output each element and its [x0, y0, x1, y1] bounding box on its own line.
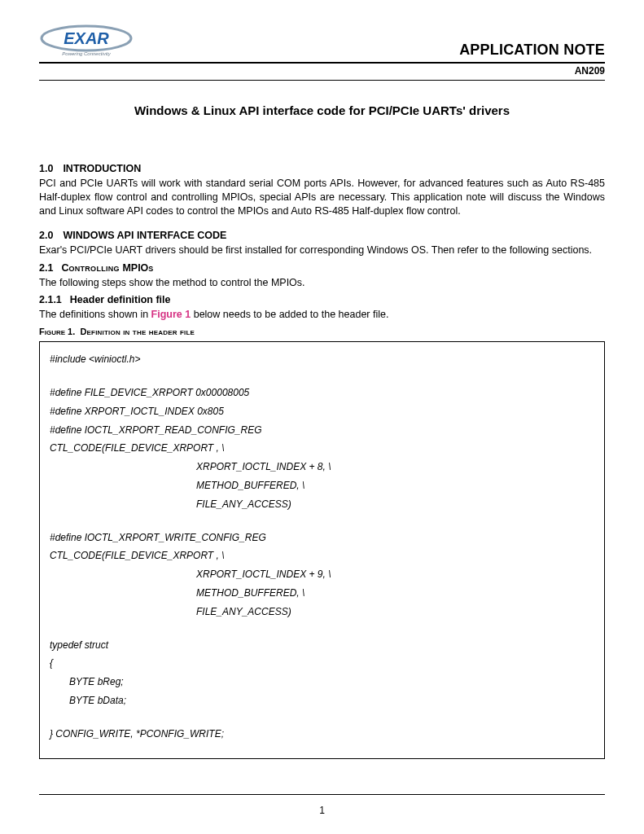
- section-number: 2.1: [39, 262, 53, 274]
- section-2-1-body: The following steps show the method to c…: [39, 276, 605, 290]
- section-2-body: Exar's PCI/PCIe UART drivers should be f…: [39, 244, 605, 257]
- brand-logo: EXAR Powering Connectivity: [39, 24, 137, 59]
- section-2-heading: 2.0WINDOWS API INTERFACE CODE: [39, 230, 605, 241]
- code-line: FILE_ANY_ACCESS): [50, 603, 594, 621]
- code-line: #define IOCTL_XRPORT_READ_CONFIG_REG: [50, 421, 594, 440]
- document-title: Windows & Linux API interface code for P…: [39, 103, 605, 117]
- code-line: BYTE bReg;: [50, 673, 594, 691]
- section-2-1-1-body: The definitions shown in Figure 1 below …: [39, 308, 605, 322]
- section-title: Header definition file: [70, 294, 171, 305]
- page-number: 1: [0, 805, 644, 816]
- section-title: INTRODUCTION: [63, 163, 141, 174]
- logo-brand-text: EXAR: [64, 29, 109, 47]
- exar-logo-icon: EXAR Powering Connectivity: [39, 24, 137, 59]
- footer-rule: [39, 794, 605, 795]
- application-note-label: APPLICATION NOTE: [459, 42, 605, 59]
- figure-number: Figure 1.: [39, 327, 75, 336]
- section-number: 2.1.1: [39, 294, 62, 305]
- code-line: XRPORT_IOCTL_INDEX + 8, \: [50, 458, 594, 476]
- section-number: 2.0: [39, 230, 53, 241]
- code-line: #define XRPORT_IOCTL_INDEX 0x805: [50, 402, 594, 421]
- section-1-body: PCI and PCIe UARTs will work with standa…: [39, 177, 605, 218]
- code-line: {: [50, 654, 594, 673]
- code-line: #include <winioctl.h>: [50, 350, 594, 369]
- code-line: CTL_CODE(FILE_DEVICE_XRPORT , \: [50, 546, 594, 565]
- code-line: #define IOCTL_XRPORT_WRITE_CONFIG_REG: [50, 529, 594, 547]
- code-line: BYTE bData;: [50, 691, 594, 710]
- code-line: } CONFIG_WRITE, *PCONFIG_WRITE;: [50, 725, 594, 744]
- figure-title: Definition in the header file: [80, 327, 195, 336]
- code-line: #define FILE_DEVICE_XRPORT 0x00008005: [50, 384, 594, 402]
- section-number: 1.0: [39, 163, 53, 174]
- section-1-heading: 1.0INTRODUCTION: [39, 163, 605, 174]
- doc-number: AN209: [39, 64, 605, 81]
- section-2-1-heading: 2.1Controlling MPIOs: [39, 262, 605, 274]
- section-title: WINDOWS API INTERFACE CODE: [63, 230, 226, 241]
- code-line: FILE_ANY_ACCESS): [50, 495, 594, 514]
- figure-reference: Figure 1: [151, 309, 191, 320]
- code-line: METHOD_BUFFERED, \: [50, 476, 594, 495]
- code-line: XRPORT_IOCTL_INDEX + 9, \: [50, 565, 594, 584]
- section-2-1-1-heading: 2.1.1Header definition file: [39, 294, 605, 305]
- figure-1-caption: Figure 1. Definition in the header file: [39, 327, 605, 336]
- code-line: METHOD_BUFFERED, \: [50, 584, 594, 603]
- code-line: typedef struct: [50, 636, 594, 655]
- page-header: EXAR Powering Connectivity APPLICATION N…: [39, 24, 605, 64]
- section-title: Controlling MPIOs: [61, 262, 153, 274]
- logo-tagline-text: Powering Connectivity: [62, 51, 111, 56]
- code-line: CTL_CODE(FILE_DEVICE_XRPORT , \: [50, 439, 594, 458]
- figure-1-code-box: #include <winioctl.h> #define FILE_DEVIC…: [39, 341, 605, 758]
